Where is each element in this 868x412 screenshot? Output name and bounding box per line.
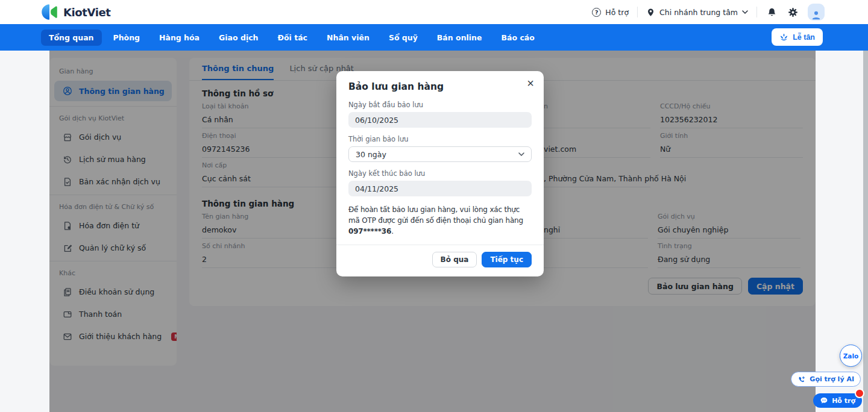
help-icon: ?: [592, 8, 601, 17]
header-controls: ? Hỗ trợ Chi nhánh trung tâm: [592, 4, 825, 20]
start-date-label: Ngày bắt đầu bảo lưu: [348, 101, 532, 109]
nav-tab-doi-tac[interactable]: Đối tác: [270, 30, 316, 46]
duration-label: Thời gian bảo lưu: [348, 135, 532, 143]
phone-plus-icon: [797, 375, 806, 384]
chevron-down-icon: [518, 152, 524, 156]
bell-icon: [767, 7, 777, 17]
end-date-field: Ngày kết thúc bảo lưu 04/11/2025: [348, 169, 532, 196]
nav-tab-phong[interactable]: Phòng: [105, 30, 148, 46]
continue-button[interactable]: Tiếp tục: [482, 252, 532, 267]
divider: [637, 7, 638, 17]
zalo-logo: Zalo: [843, 352, 859, 360]
otp-phone: 097*****36: [348, 227, 391, 236]
modal-title: Bảo lưu gian hàng: [348, 81, 532, 92]
nav-tab-hang-hoa[interactable]: Hàng hóa: [151, 30, 207, 46]
reception-button[interactable]: Lễ tân: [772, 28, 823, 46]
otp-note: Để hoàn tất bảo lưu gian hàng, vui lòng …: [348, 204, 532, 237]
page-scrollbar[interactable]: [863, 51, 868, 412]
otp-note-text: Để hoàn tất bảo lưu gian hàng, vui lòng …: [348, 205, 523, 225]
kiotviet-logo-icon: [41, 4, 58, 20]
duration-select[interactable]: 30 ngày: [348, 146, 532, 162]
zalo-chat-button[interactable]: Zalo: [840, 345, 862, 367]
chat-bubble-icon: [820, 396, 828, 405]
settings-button[interactable]: [787, 6, 799, 19]
nav-tab-nhan-vien[interactable]: Nhân viên: [319, 30, 377, 46]
avatar[interactable]: [808, 4, 825, 20]
reserve-store-modal: Bảo lưu gian hàng × Ngày bắt đầu bảo lưu…: [336, 71, 544, 276]
kiotviet-brand[interactable]: KiotViet: [41, 4, 111, 20]
gear-icon: [788, 7, 798, 17]
nav-tab-ban-online[interactable]: Bán online: [429, 30, 490, 46]
nav-tab-bao-cao[interactable]: Báo cáo: [493, 30, 542, 46]
location-pin-icon: [646, 8, 655, 17]
otp-note-suffix: .: [391, 227, 394, 236]
end-date-label: Ngày kết thúc bảo lưu: [348, 169, 532, 178]
ai-assistant-button[interactable]: Gọi trợ lý AI: [791, 372, 861, 387]
end-date-input: 04/11/2025: [348, 181, 532, 196]
support-label: Hỗ trợ: [832, 397, 855, 405]
chevron-down-icon: [742, 10, 748, 14]
top-header: KiotViet ? Hỗ trợ Chi nhánh trung tâm: [0, 0, 868, 24]
skip-button[interactable]: Bỏ qua: [432, 252, 477, 267]
modal-footer: Bỏ qua Tiếp tục: [336, 245, 544, 267]
reception-label: Lễ tân: [793, 33, 815, 42]
divider: [756, 7, 757, 17]
duration-value: 30 ngày: [356, 150, 386, 159]
help-button[interactable]: ? Hỗ trợ: [592, 8, 629, 17]
lotus-icon: [779, 33, 788, 42]
branch-selector[interactable]: Chi nhánh trung tâm: [646, 8, 748, 17]
nav-tabs: Tổng quan Phòng Hàng hóa Giao dịch Đối t…: [41, 30, 542, 46]
duration-field: Thời gian bảo lưu 30 ngày: [348, 135, 532, 162]
nav-tab-so-quy[interactable]: Sổ quỹ: [381, 30, 426, 46]
nav-tab-tong-quan[interactable]: Tổng quan: [41, 30, 102, 46]
notifications-button[interactable]: [766, 6, 778, 19]
brand-name: KiotViet: [63, 6, 111, 19]
help-label: Hỗ trợ: [605, 8, 629, 17]
main-nav: Tổng quan Phòng Hàng hóa Giao dịch Đối t…: [0, 24, 868, 51]
ai-assistant-label: Gọi trợ lý AI: [810, 375, 854, 383]
person-icon: [811, 10, 822, 20]
nav-tab-giao-dich[interactable]: Giao dịch: [211, 30, 266, 46]
notification-dot: [855, 389, 864, 398]
start-date-input: 06/10/2025: [348, 112, 532, 128]
close-icon[interactable]: ×: [527, 77, 534, 89]
start-date-field: Ngày bắt đầu bảo lưu 06/10/2025: [348, 101, 532, 128]
branch-label: Chi nhánh trung tâm: [659, 8, 738, 17]
